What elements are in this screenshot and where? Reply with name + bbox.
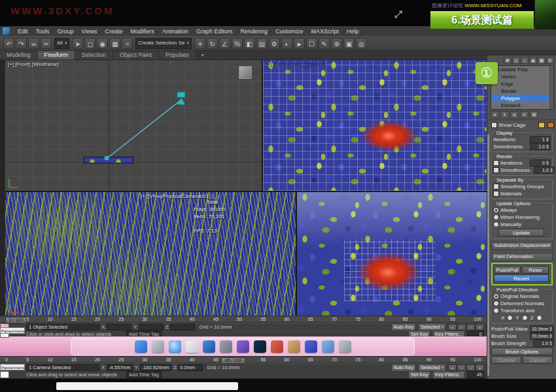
spinner-arrows-icon[interactable] [546, 161, 549, 165]
toolbar-icon[interactable]: ► [294, 38, 305, 49]
dock-icon[interactable] [169, 340, 181, 353]
transport-button[interactable]: « [448, 365, 457, 371]
cage-color-swatch[interactable] [538, 122, 545, 128]
toolbar-icon[interactable]: ✛ [194, 38, 205, 49]
timeline-tick[interactable]: 90 [426, 357, 432, 362]
timeline-tick[interactable]: 75 [355, 317, 360, 321]
toolbar-icon[interactable]: ◧ [244, 38, 255, 49]
timeline-tick[interactable]: 35 [166, 357, 171, 362]
listener-script-cell[interactable] [0, 371, 9, 378]
timeline-tick[interactable]: 55 [260, 317, 266, 321]
timeline-tick[interactable]: 20 [95, 357, 100, 362]
transform-axis-radio[interactable] [493, 308, 499, 314]
push-pull-button[interactable]: Push/Pull [494, 266, 521, 274]
axis-z-radio[interactable] [536, 315, 542, 321]
spinner-arrows-icon[interactable] [549, 327, 552, 331]
revert-button[interactable]: Revert [494, 274, 549, 282]
tab-selection[interactable]: Selection [75, 51, 113, 59]
menu-item[interactable]: MAXScript [307, 28, 343, 35]
brush-size-spinner[interactable]: 70.0mm [530, 333, 554, 340]
z-coordinate-field[interactable] [170, 323, 195, 331]
timeline-tick[interactable]: 100 [474, 357, 481, 362]
y-coordinate-field[interactable]: -160.924mm [140, 364, 171, 371]
timeline-tick[interactable]: 30 [142, 357, 147, 362]
transport-button[interactable]: ‹ [457, 324, 466, 331]
timeline-tick[interactable]: 75 [355, 357, 360, 362]
toolbar-icon[interactable]: ∠ [219, 38, 230, 49]
rollout-paint-deformation[interactable]: Paint Deformation [491, 253, 553, 261]
expand-icon[interactable]: ⤢ [394, 8, 402, 20]
timeline-tick[interactable]: 80 [379, 317, 384, 321]
toolbar-icon[interactable]: ≈ [122, 38, 133, 49]
panel-tab-icon[interactable]: ◉ [529, 57, 537, 64]
dock-icon[interactable] [271, 340, 283, 353]
panel-scrollbar[interactable] [487, 134, 489, 376]
add-time-tag[interactable]: Add Time Tag [126, 371, 162, 378]
stack-tool-icon[interactable]: ✕ [520, 111, 529, 118]
dock-icon[interactable] [220, 340, 232, 353]
panel-tab-icon[interactable]: ⚙ [546, 57, 554, 64]
toolbar-icon[interactable]: ∞ [28, 38, 39, 49]
panel-tab-icon[interactable]: ◎ [512, 57, 520, 64]
dock-icon[interactable] [152, 340, 164, 353]
timeline-tick[interactable]: 5 [26, 357, 29, 362]
menu-item[interactable]: Customize [271, 28, 307, 35]
timeline-tick[interactable]: 25 [118, 357, 124, 362]
toolbar-icon[interactable]: ↶ [3, 38, 14, 49]
timeline-tick[interactable]: 30 [142, 317, 147, 321]
selected-dropdown[interactable]: Selected▾ [418, 323, 446, 331]
axis-x-radio[interactable] [507, 315, 513, 321]
panel-tab-icon[interactable]: ▦ [538, 57, 546, 64]
toolbar-icon[interactable]: ⊕ [331, 38, 342, 49]
timeline-track-1[interactable]: 0510152025303540455055606570758085909510… [0, 316, 487, 323]
painter-interface-window[interactable]: PainterInterfa [0, 364, 25, 370]
transport-button[interactable]: ‹ [457, 365, 466, 371]
stack-item-vertex[interactable]: Vertex [491, 73, 553, 80]
menu-item[interactable]: Group [54, 28, 78, 35]
menu-item[interactable]: Graph Editors [192, 28, 237, 35]
timeline-tick[interactable]: 45 [213, 357, 218, 362]
named-selection-set-field[interactable]: Create Selection Se ▾ [135, 38, 192, 49]
toolbar-icon[interactable]: ◻ [84, 38, 96, 49]
always-radio[interactable] [493, 207, 499, 213]
timeline-tick[interactable]: 70 [332, 357, 337, 362]
timeline-tick[interactable]: 10 [48, 317, 53, 321]
toolbar-icon[interactable]: ▣ [343, 38, 355, 49]
timeline-tick[interactable]: 95 [450, 357, 455, 362]
timeline-tick[interactable]: 15 [71, 317, 77, 321]
dock-icon[interactable] [203, 340, 215, 353]
deformed-normals-radio[interactable] [493, 301, 499, 306]
toolbar-icon[interactable]: ▤ [256, 38, 268, 49]
display-smoothness-spinner[interactable]: 1.0 [530, 143, 551, 150]
timeline-tick[interactable]: 90 [426, 317, 432, 321]
timeline-tick[interactable]: 95 [450, 317, 455, 321]
menu-item[interactable]: Create [101, 28, 126, 35]
spinner-arrows-icon[interactable] [546, 144, 549, 149]
stack-item-border[interactable]: Border [491, 88, 553, 95]
tab-populate[interactable]: Populate [159, 51, 196, 59]
viewport-front[interactable]: [+] [Front] [Wireframe] [5, 60, 262, 191]
dock-icon[interactable] [322, 340, 334, 353]
current-frame-field[interactable]: 45 [467, 371, 484, 378]
timeline-tick[interactable]: 40 [190, 317, 195, 321]
timeline-tick[interactable]: 65 [308, 317, 313, 321]
painter-interface-window[interactable]: PainterInterfa [0, 327, 25, 334]
y-coordinate-field[interactable] [139, 323, 164, 331]
render-smoothness-spinner[interactable]: 1.0 [534, 167, 555, 174]
cancel-button[interactable]: Cancel [523, 356, 553, 364]
transport-button[interactable]: › [466, 365, 475, 371]
timeline-tick[interactable]: 100 [474, 317, 481, 321]
set-key-button[interactable]: Set Key [408, 371, 430, 379]
z-coordinate-field[interactable]: 0.0mm [178, 364, 203, 371]
stack-item-edge[interactable]: Edge [491, 80, 553, 88]
cage-selected-color-swatch[interactable] [547, 122, 554, 128]
toolbar-icon[interactable]: ➤ [72, 38, 83, 49]
selected-dropdown[interactable]: Selected▾ [418, 364, 446, 372]
display-iterations-spinner[interactable]: 1 [530, 136, 551, 143]
commit-button[interactable]: Commit [491, 356, 521, 364]
toolbar-icon[interactable]: ↷ [16, 38, 27, 49]
auto-key-button[interactable]: Auto Key [391, 323, 416, 331]
stack-scrollbar[interactable] [549, 66, 553, 109]
push-pull-value-spinner[interactable]: 10.0mm [530, 325, 554, 333]
panel-tab-icon[interactable]: ⌂ [521, 57, 529, 64]
